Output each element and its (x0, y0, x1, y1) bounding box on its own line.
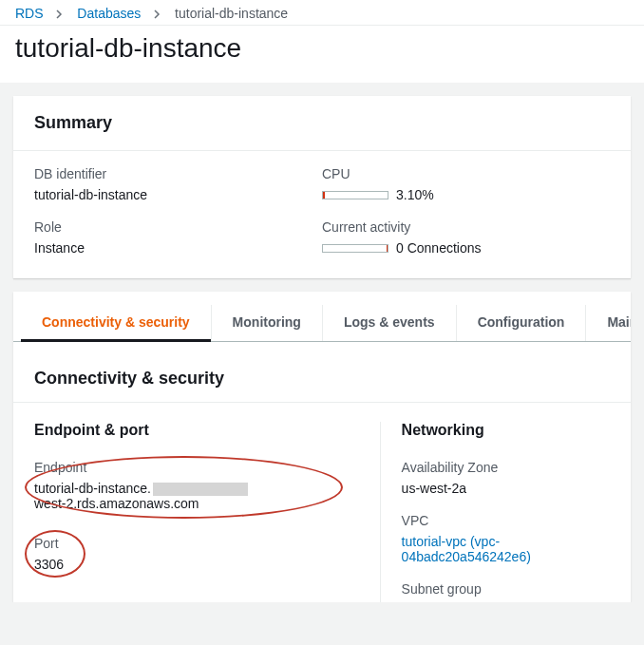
detail-card: Connectivity & security Monitoring Logs … (13, 292, 631, 602)
breadcrumb-databases[interactable]: Databases (77, 6, 141, 21)
tab-maintenance[interactable]: Maintenan (585, 305, 631, 341)
db-identifier-value: tutorial-db-instance (34, 187, 322, 202)
az-label: Availability Zone (402, 460, 610, 475)
az-value: us-west-2a (402, 481, 610, 496)
tab-connectivity[interactable]: Connectivity & security (21, 305, 211, 341)
subnet-group-label: Subnet group (402, 581, 610, 597)
summary-heading: Summary (34, 113, 610, 133)
breadcrumb: RDS Databases tutorial-db-instance (0, 0, 644, 26)
activity-bar-tick (387, 245, 388, 252)
networking-heading: Networking (402, 422, 610, 439)
endpoint-value-suffix: west-2.rds.amazonaws.com (34, 496, 199, 511)
endpoint-label: Endpoint (34, 460, 363, 475)
role-label: Role (34, 219, 322, 235)
vpc-label: VPC (402, 513, 610, 528)
page-header: tutorial-db-instance (0, 26, 644, 83)
activity-label: Current activity (322, 219, 610, 235)
role-value: Instance (34, 240, 322, 256)
page-title: tutorial-db-instance (15, 33, 629, 64)
breadcrumb-rds[interactable]: RDS (15, 6, 44, 21)
redacted-segment (153, 483, 248, 496)
port-value: 3306 (34, 557, 363, 572)
endpoint-port-heading: Endpoint & port (34, 422, 363, 439)
tab-bar: Connectivity & security Monitoring Logs … (13, 292, 631, 342)
tab-logs-events[interactable]: Logs & events (322, 305, 456, 341)
chevron-right-icon (47, 7, 73, 22)
vpc-link[interactable]: tutorial-vpc (vpc-04badc20a546242e6) (402, 534, 531, 564)
chevron-right-icon (144, 7, 171, 22)
endpoint-value-prefix: tutorial-db-instance. (34, 481, 151, 496)
cpu-bar-fill (323, 192, 325, 199)
breadcrumb-current: tutorial-db-instance (175, 6, 288, 21)
activity-value: 0 Connections (396, 240, 482, 256)
port-label: Port (34, 536, 363, 551)
cpu-label: CPU (322, 166, 610, 181)
detail-heading: Connectivity & security (34, 369, 610, 389)
tab-configuration[interactable]: Configuration (456, 305, 586, 341)
cpu-value: 3.10% (396, 187, 434, 202)
summary-card: Summary DB identifier tutorial-db-instan… (13, 96, 631, 278)
cpu-bar (322, 191, 388, 199)
activity-bar (322, 244, 388, 253)
tab-monitoring[interactable]: Monitoring (211, 305, 322, 341)
endpoint-value: tutorial-db-instance. west-2.rds.amazona… (34, 481, 363, 511)
db-identifier-label: DB identifier (34, 166, 322, 181)
